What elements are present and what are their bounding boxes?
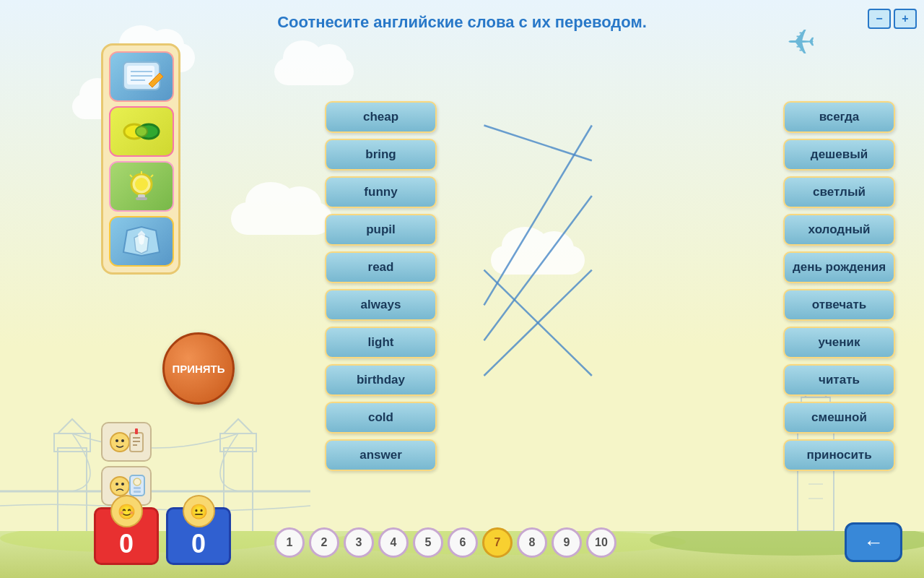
tool-icon-1[interactable]: [109, 51, 174, 102]
page-num-3[interactable]: 3: [344, 527, 374, 558]
page-num-7[interactable]: 7: [482, 527, 513, 558]
left-word-4[interactable]: read: [325, 251, 437, 283]
svg-point-10: [135, 178, 148, 191]
hint-icons: [101, 422, 152, 506]
svg-rect-22: [130, 433, 143, 452]
svg-rect-38: [220, 434, 256, 452]
avatar-red: 😊: [110, 495, 143, 527]
zoom-out-button[interactable]: −: [868, 9, 891, 29]
svg-rect-26: [135, 428, 138, 434]
right-word-1[interactable]: дешевый: [783, 139, 895, 171]
score-blue: 😐 0: [166, 507, 231, 565]
back-button[interactable]: ←: [845, 522, 902, 562]
avatar-blue: 😐: [183, 495, 215, 527]
svg-line-60: [484, 270, 591, 376]
right-words-column: всегдадешевыйсветлыйхолодныйдень рождени…: [783, 101, 895, 471]
svg-line-59: [484, 270, 591, 376]
page-num-4[interactable]: 4: [378, 527, 409, 558]
matching-area: cheapbringfunnypupilreadalwayslightbirth…: [303, 58, 895, 513]
zoom-controls: − +: [868, 9, 917, 29]
svg-point-8: [136, 126, 147, 137]
left-word-2[interactable]: funny: [325, 176, 437, 208]
left-word-1[interactable]: bring: [325, 139, 437, 171]
score-blue-value: 0: [191, 529, 206, 559]
left-word-6[interactable]: light: [325, 327, 437, 358]
left-word-3[interactable]: pupil: [325, 214, 437, 246]
left-word-9[interactable]: answer: [325, 439, 437, 471]
left-word-0[interactable]: cheap: [325, 101, 437, 133]
left-word-8[interactable]: cold: [325, 402, 437, 434]
svg-line-57: [484, 125, 591, 305]
tool-icon-3[interactable]: [109, 161, 174, 212]
svg-marker-39: [224, 419, 253, 434]
page-num-5[interactable]: 5: [413, 527, 443, 558]
svg-point-31: [134, 478, 141, 486]
svg-rect-12: [136, 197, 147, 200]
right-word-3[interactable]: холодный: [783, 214, 895, 246]
svg-line-15: [130, 175, 132, 177]
tool-icon-2[interactable]: [109, 106, 174, 157]
left-word-7[interactable]: birthday: [325, 364, 437, 396]
svg-line-56: [484, 125, 591, 160]
page-num-2[interactable]: 2: [309, 527, 339, 558]
hint-icon-1[interactable]: [101, 422, 152, 462]
tool-icon-4[interactable]: [109, 216, 174, 267]
right-word-5[interactable]: отвечать: [783, 289, 895, 321]
svg-marker-37: [58, 419, 87, 434]
right-word-8[interactable]: смешной: [783, 402, 895, 434]
svg-point-29: [121, 483, 124, 486]
right-word-9[interactable]: приносить: [783, 439, 895, 471]
svg-rect-36: [54, 434, 90, 452]
left-word-5[interactable]: always: [325, 289, 437, 321]
score-red: 😊 0: [94, 507, 159, 565]
right-word-2[interactable]: светлый: [783, 176, 895, 208]
right-word-4[interactable]: день рождения: [783, 251, 895, 283]
page-num-6[interactable]: 6: [448, 527, 478, 558]
page-numbers: 12345678910: [274, 527, 616, 558]
tool-panel: [101, 43, 180, 275]
svg-rect-33: [134, 491, 141, 493]
svg-point-27: [110, 477, 129, 496]
plane-icon: ✈: [787, 22, 816, 62]
svg-line-58: [484, 196, 591, 340]
svg-rect-32: [134, 487, 141, 489]
page-num-8[interactable]: 8: [517, 527, 547, 558]
page-num-1[interactable]: 1: [274, 527, 305, 558]
score-area: 😊 0 😐 0: [94, 507, 231, 565]
svg-point-20: [116, 439, 118, 442]
svg-line-14: [151, 175, 153, 177]
page-title: Соотнесите английские слова с их перевод…: [277, 13, 647, 32]
page-num-9[interactable]: 9: [552, 527, 582, 558]
svg-point-19: [110, 433, 129, 452]
page-num-10[interactable]: 10: [586, 527, 616, 558]
score-red-value: 0: [119, 529, 134, 559]
svg-point-28: [116, 483, 118, 486]
left-words-column: cheapbringfunnypupilreadalwayslightbirth…: [325, 101, 437, 471]
right-word-7[interactable]: читать: [783, 364, 895, 396]
accept-button[interactable]: ПРИНЯТЬ: [162, 332, 235, 405]
zoom-in-button[interactable]: +: [894, 9, 917, 29]
right-word-6[interactable]: ученик: [783, 327, 895, 358]
right-word-0[interactable]: всегда: [783, 101, 895, 133]
svg-point-21: [121, 439, 124, 442]
